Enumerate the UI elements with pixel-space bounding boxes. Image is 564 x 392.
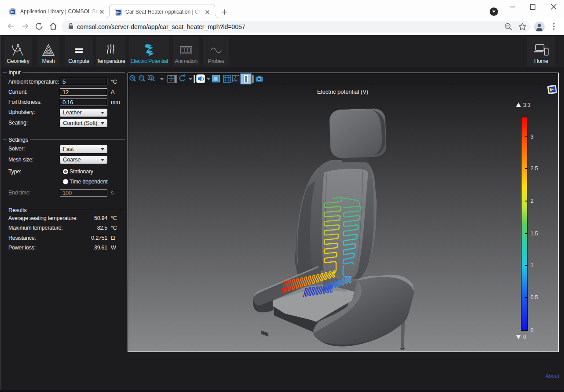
svg-text:3.3: 3.3 <box>523 102 531 108</box>
svg-text:0: 0 <box>531 327 534 333</box>
svg-text:2.5: 2.5 <box>531 165 538 172</box>
svg-text:Electric potential (V): Electric potential (V) <box>317 88 368 95</box>
svg-text:0: 0 <box>523 334 526 340</box>
svg-text:1.5: 1.5 <box>531 231 538 237</box>
svg-text:0.5: 0.5 <box>531 294 538 300</box>
svg-text:1: 1 <box>531 262 534 268</box>
svg-text:2: 2 <box>531 198 534 204</box>
svg-text:3: 3 <box>531 134 534 140</box>
